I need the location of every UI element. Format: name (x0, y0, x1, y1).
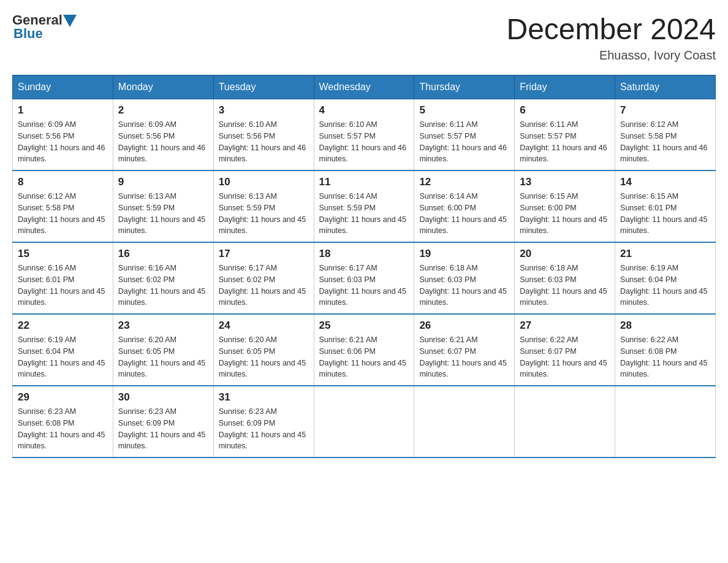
table-row: 24 Sunrise: 6:20 AM Sunset: 6:05 PM Dayl… (213, 314, 314, 386)
day-number: 9 (118, 176, 208, 188)
day-info: Sunrise: 6:15 AM Sunset: 6:01 PM Dayligh… (620, 191, 710, 237)
day-number: 29 (18, 391, 108, 404)
logo: General Blue (12, 12, 77, 42)
day-number: 2 (118, 104, 208, 117)
day-number: 31 (219, 391, 309, 404)
table-row: 31 Sunrise: 6:23 AM Sunset: 6:09 PM Dayl… (213, 386, 314, 458)
day-number: 28 (620, 320, 710, 332)
day-number: 5 (419, 104, 509, 117)
table-row: 9 Sunrise: 6:13 AM Sunset: 5:59 PM Dayli… (113, 170, 213, 242)
table-row: 11 Sunrise: 6:14 AM Sunset: 5:59 PM Dayl… (314, 170, 414, 242)
header-wednesday: Wednesday (314, 75, 414, 99)
day-info: Sunrise: 6:15 AM Sunset: 6:00 PM Dayligh… (520, 191, 610, 237)
table-row: 26 Sunrise: 6:21 AM Sunset: 6:07 PM Dayl… (414, 314, 515, 386)
header-monday: Monday (113, 75, 213, 99)
day-info: Sunrise: 6:21 AM Sunset: 6:06 PM Dayligh… (319, 334, 409, 380)
day-info: Sunrise: 6:22 AM Sunset: 6:07 PM Dayligh… (520, 334, 610, 380)
table-row: 8 Sunrise: 6:12 AM Sunset: 5:58 PM Dayli… (13, 170, 113, 242)
day-info: Sunrise: 6:10 AM Sunset: 5:57 PM Dayligh… (319, 119, 409, 165)
day-info: Sunrise: 6:14 AM Sunset: 6:00 PM Dayligh… (419, 191, 509, 237)
day-number: 21 (620, 248, 710, 260)
day-info: Sunrise: 6:20 AM Sunset: 6:05 PM Dayligh… (219, 334, 309, 380)
page-header: General Blue December 2024 Ehuasso, Ivor… (12, 12, 716, 63)
calendar-week-5: 29 Sunrise: 6:23 AM Sunset: 6:08 PM Dayl… (13, 386, 716, 458)
day-info: Sunrise: 6:11 AM Sunset: 5:57 PM Dayligh… (520, 119, 610, 165)
day-number: 24 (219, 320, 309, 332)
day-number: 27 (520, 320, 610, 332)
table-row (615, 386, 716, 458)
table-row: 29 Sunrise: 6:23 AM Sunset: 6:08 PM Dayl… (13, 386, 113, 458)
table-row: 13 Sunrise: 6:15 AM Sunset: 6:00 PM Dayl… (515, 170, 615, 242)
day-info: Sunrise: 6:11 AM Sunset: 5:57 PM Dayligh… (419, 119, 509, 165)
table-row: 19 Sunrise: 6:18 AM Sunset: 6:03 PM Dayl… (414, 242, 515, 314)
table-row: 30 Sunrise: 6:23 AM Sunset: 6:09 PM Dayl… (113, 386, 213, 458)
day-info: Sunrise: 6:16 AM Sunset: 6:02 PM Dayligh… (118, 262, 208, 308)
header-tuesday: Tuesday (213, 75, 314, 99)
day-number: 7 (620, 104, 710, 117)
calendar-week-4: 22 Sunrise: 6:19 AM Sunset: 6:04 PM Dayl… (13, 314, 716, 386)
header-friday: Friday (515, 75, 615, 99)
table-row: 5 Sunrise: 6:11 AM Sunset: 5:57 PM Dayli… (414, 99, 515, 171)
day-number: 3 (219, 104, 309, 117)
table-row: 4 Sunrise: 6:10 AM Sunset: 5:57 PM Dayli… (314, 99, 414, 171)
day-number: 13 (520, 176, 610, 188)
day-number: 15 (18, 248, 108, 260)
table-row: 28 Sunrise: 6:22 AM Sunset: 6:08 PM Dayl… (615, 314, 716, 386)
day-info: Sunrise: 6:18 AM Sunset: 6:03 PM Dayligh… (419, 262, 509, 308)
logo-blue-text: Blue (13, 26, 43, 42)
header-sunday: Sunday (13, 75, 113, 99)
table-row: 27 Sunrise: 6:22 AM Sunset: 6:07 PM Dayl… (515, 314, 615, 386)
table-row: 1 Sunrise: 6:09 AM Sunset: 5:56 PM Dayli… (13, 99, 113, 171)
day-number: 16 (118, 248, 208, 260)
day-info: Sunrise: 6:09 AM Sunset: 5:56 PM Dayligh… (18, 119, 108, 165)
day-number: 23 (118, 320, 208, 332)
day-number: 30 (118, 391, 208, 404)
table-row (414, 386, 515, 458)
day-info: Sunrise: 6:13 AM Sunset: 5:59 PM Dayligh… (118, 191, 208, 237)
day-info: Sunrise: 6:13 AM Sunset: 5:59 PM Dayligh… (219, 191, 309, 237)
table-row: 12 Sunrise: 6:14 AM Sunset: 6:00 PM Dayl… (414, 170, 515, 242)
header-saturday: Saturday (615, 75, 716, 99)
calendar-week-1: 1 Sunrise: 6:09 AM Sunset: 5:56 PM Dayli… (13, 99, 716, 171)
day-number: 14 (620, 176, 710, 188)
day-number: 4 (319, 104, 409, 117)
day-info: Sunrise: 6:20 AM Sunset: 6:05 PM Dayligh… (118, 334, 208, 380)
day-info: Sunrise: 6:23 AM Sunset: 6:08 PM Dayligh… (18, 406, 108, 452)
day-number: 20 (520, 248, 610, 260)
calendar-week-3: 15 Sunrise: 6:16 AM Sunset: 6:01 PM Dayl… (13, 242, 716, 314)
day-number: 6 (520, 104, 610, 117)
title-section: December 2024 Ehuasso, Ivory Coast (506, 12, 716, 63)
table-row: 18 Sunrise: 6:17 AM Sunset: 6:03 PM Dayl… (314, 242, 414, 314)
table-row: 16 Sunrise: 6:16 AM Sunset: 6:02 PM Dayl… (113, 242, 213, 314)
header-thursday: Thursday (414, 75, 515, 99)
table-row: 2 Sunrise: 6:09 AM Sunset: 5:56 PM Dayli… (113, 99, 213, 171)
day-number: 25 (319, 320, 409, 332)
day-number: 8 (18, 176, 108, 188)
table-row: 6 Sunrise: 6:11 AM Sunset: 5:57 PM Dayli… (515, 99, 615, 171)
day-number: 19 (419, 248, 509, 260)
table-row: 7 Sunrise: 6:12 AM Sunset: 5:58 PM Dayli… (615, 99, 716, 171)
day-info: Sunrise: 6:10 AM Sunset: 5:56 PM Dayligh… (219, 119, 309, 165)
day-info: Sunrise: 6:16 AM Sunset: 6:01 PM Dayligh… (18, 262, 108, 308)
day-info: Sunrise: 6:17 AM Sunset: 6:03 PM Dayligh… (319, 262, 409, 308)
calendar-table: Sunday Monday Tuesday Wednesday Thursday… (12, 75, 716, 458)
calendar-header-row: Sunday Monday Tuesday Wednesday Thursday… (13, 75, 716, 99)
svg-marker-0 (63, 15, 77, 27)
day-number: 10 (219, 176, 309, 188)
day-number: 1 (18, 104, 108, 117)
logo-arrow-icon (63, 15, 77, 27)
table-row: 23 Sunrise: 6:20 AM Sunset: 6:05 PM Dayl… (113, 314, 213, 386)
day-number: 18 (319, 248, 409, 260)
day-number: 11 (319, 176, 409, 188)
month-title: December 2024 (506, 12, 716, 46)
day-info: Sunrise: 6:23 AM Sunset: 6:09 PM Dayligh… (118, 406, 208, 452)
table-row: 14 Sunrise: 6:15 AM Sunset: 6:01 PM Dayl… (615, 170, 716, 242)
day-info: Sunrise: 6:12 AM Sunset: 5:58 PM Dayligh… (620, 119, 710, 165)
day-info: Sunrise: 6:23 AM Sunset: 6:09 PM Dayligh… (219, 406, 309, 452)
day-number: 17 (219, 248, 309, 260)
table-row (515, 386, 615, 458)
day-info: Sunrise: 6:09 AM Sunset: 5:56 PM Dayligh… (118, 119, 208, 165)
day-info: Sunrise: 6:22 AM Sunset: 6:08 PM Dayligh… (620, 334, 710, 380)
day-info: Sunrise: 6:17 AM Sunset: 6:02 PM Dayligh… (219, 262, 309, 308)
table-row: 15 Sunrise: 6:16 AM Sunset: 6:01 PM Dayl… (13, 242, 113, 314)
